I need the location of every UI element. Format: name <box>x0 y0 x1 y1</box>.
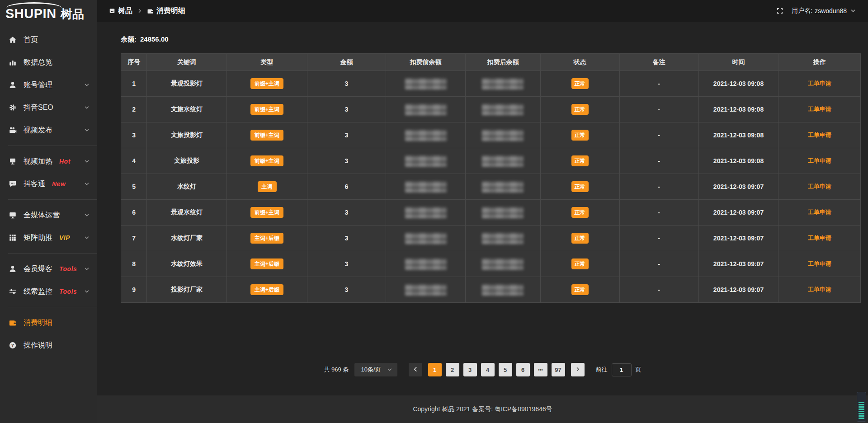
work-order-link[interactable]: 工单申请 <box>808 286 831 293</box>
sidebar-item-consumption-detail[interactable]: 消费明细 <box>0 311 97 334</box>
column-header: 扣费前余额 <box>386 54 466 71</box>
cell-keyword: 文旅投影灯 <box>147 122 227 148</box>
home-icon <box>9 36 18 44</box>
cell-keyword: 水纹灯 <box>147 174 227 200</box>
redacted-value <box>405 104 447 115</box>
sidebar-nav: 首页数据总览账号管理抖音SEO视频发布视频加热Hot抖客通New全媒体运营矩阵助… <box>0 26 97 357</box>
redacted-value <box>482 284 524 296</box>
cell-keyword: 投影灯厂家 <box>147 277 227 303</box>
sidebar-item-member-booster[interactable]: 会员爆客Tools <box>0 258 97 280</box>
cell-index: 4 <box>121 148 147 174</box>
sidebar: SHUPIN 树品 首页数据总览账号管理抖音SEO视频发布视频加热Hot抖客通N… <box>0 0 97 423</box>
prev-page-button[interactable] <box>409 363 422 376</box>
work-order-link[interactable]: 工单申请 <box>808 157 831 164</box>
sidebar-item-clue-monitor[interactable]: 线索监控Tools <box>0 280 97 303</box>
page-button-3[interactable]: 3 <box>463 363 477 376</box>
redacted-value <box>482 233 524 244</box>
cell-remark: - <box>619 122 698 148</box>
cell-index: 8 <box>121 251 147 277</box>
cell-amount: 3 <box>307 122 386 148</box>
sidebar-item-douyin-seo[interactable]: 抖音SEO <box>0 96 97 119</box>
work-order-link[interactable]: 工单申请 <box>808 260 831 267</box>
cell-balance-after <box>466 277 540 303</box>
balance-line: 余额:24856.00 <box>97 22 868 44</box>
breadcrumb-app[interactable]: 树品 <box>109 6 132 16</box>
next-page-button[interactable] <box>571 363 585 376</box>
grid-icon <box>9 234 18 242</box>
sidebar-item-douketong[interactable]: 抖客通New <box>0 173 97 195</box>
wallet-icon <box>147 8 154 14</box>
sidebar-item-label: 全媒体运营 <box>24 211 60 220</box>
cell-time: 2021-12-03 09:08 <box>698 97 778 122</box>
sidebar-item-label: 视频发布 <box>24 126 52 135</box>
pagination-ellipsis[interactable]: ••• <box>534 363 547 376</box>
work-order-link[interactable]: 工单申请 <box>808 183 831 190</box>
work-order-link[interactable]: 工单申请 <box>808 209 831 216</box>
sidebar-item-data-overview[interactable]: 数据总览 <box>0 51 97 74</box>
widget-bar <box>859 415 864 417</box>
fullscreen-icon[interactable] <box>776 7 783 14</box>
sidebar-item-matrix-boost[interactable]: 矩阵助推VIP <box>0 226 97 249</box>
cell-balance-before <box>386 277 466 303</box>
cell-status: 正常 <box>540 277 619 303</box>
table-row: 7水纹灯厂家主词+后缀3正常-2021-12-03 09:07工单申请 <box>121 226 861 251</box>
cell-remark: - <box>619 174 698 200</box>
sidebar-item-account-management[interactable]: 账号管理 <box>0 74 97 96</box>
work-order-link[interactable]: 工单申请 <box>808 235 831 241</box>
gear-icon <box>9 103 18 112</box>
cell-balance-after <box>466 71 540 97</box>
type-badge: 前缀+主词 <box>250 78 283 89</box>
column-header: 关键词 <box>147 54 227 71</box>
cell-balance-before <box>386 122 466 148</box>
cell-amount: 3 <box>307 251 386 277</box>
work-order-link[interactable]: 工单申请 <box>808 132 831 138</box>
sidebar-item-home[interactable]: 首页 <box>0 28 97 51</box>
redacted-value <box>405 258 447 270</box>
page-size-select[interactable]: 10条/页 <box>354 363 397 376</box>
cell-remark: - <box>619 251 698 277</box>
type-badge: 主词+后缀 <box>250 258 283 269</box>
column-header: 金额 <box>307 54 386 71</box>
sidebar-item-operation-guide[interactable]: ?操作说明 <box>0 334 97 357</box>
pagination-total: 共 969 条 <box>324 366 349 374</box>
sidebar-item-all-media-operation[interactable]: 全媒体运营 <box>0 204 97 226</box>
cell-index: 6 <box>121 200 147 226</box>
goto-page: 前往 页 <box>596 363 642 376</box>
cell-remark: - <box>619 71 698 97</box>
cell-action: 工单申请 <box>778 71 861 97</box>
cell-balance-before <box>386 200 466 226</box>
cell-balance-before <box>386 251 466 277</box>
page-button-4[interactable]: 4 <box>481 363 495 376</box>
sidebar-item-label: 操作说明 <box>24 341 52 350</box>
sidebar-item-video-publish[interactable]: 视频发布 <box>0 119 97 141</box>
cell-status: 正常 <box>540 122 619 148</box>
bar-chart-icon <box>9 58 18 66</box>
chat-icon <box>9 180 18 188</box>
sliders-icon <box>9 287 18 296</box>
goto-page-input[interactable] <box>612 363 632 376</box>
page-button-6[interactable]: 6 <box>516 363 530 376</box>
cell-time: 2021-12-03 09:07 <box>698 277 778 303</box>
page-button-2[interactable]: 2 <box>446 363 459 376</box>
redacted-value <box>482 155 524 167</box>
floating-widget[interactable] <box>857 392 866 422</box>
type-badge: 前缀+主词 <box>250 155 283 166</box>
user-menu[interactable]: 用户名: zswodun88 <box>792 7 856 15</box>
chevron-down-icon <box>387 367 393 373</box>
page-button-5[interactable]: 5 <box>499 363 512 376</box>
cell-type: 主词 <box>226 174 307 200</box>
work-order-link[interactable]: 工单申请 <box>808 80 831 87</box>
page-buttons: 123456•••97 <box>428 363 565 376</box>
user-icon <box>9 81 18 89</box>
sidebar-item-label: 账号管理 <box>24 80 52 90</box>
breadcrumb-current-label: 消费明细 <box>156 6 185 16</box>
page-button-97[interactable]: 97 <box>552 363 565 376</box>
cell-status: 正常 <box>540 200 619 226</box>
cell-balance-before <box>386 174 466 200</box>
page-button-1[interactable]: 1 <box>428 363 442 376</box>
sidebar-item-video-heat[interactable]: 视频加热Hot <box>0 150 97 173</box>
widget-bar <box>859 409 864 410</box>
redacted-value <box>405 78 447 89</box>
widget-bar <box>859 413 864 414</box>
work-order-link[interactable]: 工单申请 <box>808 106 831 113</box>
